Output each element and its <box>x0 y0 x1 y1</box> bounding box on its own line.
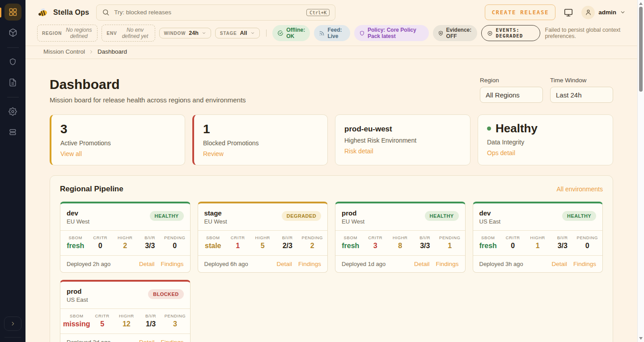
time-window-select-value: Last 24h <box>556 91 582 99</box>
stat-value-sbom: fresh <box>342 242 359 249</box>
stat-value-highr: 12 <box>123 320 131 328</box>
highest-risk-card: prod-eu-west Highest Risk Environment Ri… <box>335 114 470 165</box>
stage-filter-chip[interactable]: STAGE All <box>215 28 260 38</box>
rss-icon <box>319 30 325 36</box>
chevron-down-icon <box>202 31 206 35</box>
stat-value-bir: 2/3 <box>283 242 292 249</box>
findings-link[interactable]: Findings <box>298 261 321 267</box>
risk-detail-link[interactable]: Risk detail <box>344 148 373 155</box>
stat-value-critr: 0 <box>98 242 102 249</box>
region-select[interactable]: All Regions <box>480 87 543 103</box>
status-badge: BLOCKED <box>148 289 183 299</box>
data-integrity-label: Data Integrity <box>487 139 604 146</box>
stat-label-pending: PENDING <box>163 313 187 318</box>
stat-label-highr: HIGHR <box>250 235 275 240</box>
user-menu[interactable]: admin <box>581 6 626 19</box>
time-window-select-label: Time Window <box>550 77 613 84</box>
chevron-down-icon <box>250 31 255 35</box>
vertical-scrollbar[interactable] <box>637 0 644 342</box>
findings-link[interactable]: Findings <box>161 261 183 267</box>
pipeline-card-stage-eu-west: stage EU West DEGRADED SBOMstale CRITR1 … <box>198 202 328 273</box>
search-icon <box>102 8 110 16</box>
stat-value-sbom: stale <box>205 242 221 249</box>
highest-risk-env-name: prod-eu-west <box>344 122 461 134</box>
sidebar-item-security[interactable] <box>4 53 21 70</box>
check-circle-icon <box>277 30 284 36</box>
findings-link[interactable]: Findings <box>436 261 458 267</box>
stat-label-sbom: SBOM <box>476 235 501 240</box>
detail-link[interactable]: Detail <box>551 261 567 267</box>
stat-value-highr: 1 <box>536 242 540 249</box>
sidebar-item-infrastructure[interactable] <box>4 123 21 140</box>
evidence-status-label: Evidence: OFF <box>446 27 472 39</box>
brand-name: Stella Ops <box>53 8 89 17</box>
monitor-icon[interactable] <box>564 8 573 17</box>
blocked-promotions-card: 1 Blocked Promotions Review <box>192 114 328 165</box>
region-name: EU West <box>204 218 227 225</box>
ops-detail-link[interactable]: Ops detail <box>487 149 515 156</box>
username: admin <box>598 9 616 16</box>
stat-value-pending: 2 <box>310 242 314 249</box>
environment-name: prod <box>342 209 364 217</box>
server-icon <box>8 128 17 136</box>
findings-link[interactable]: Findings <box>161 339 183 342</box>
stat-label-pending: PENDING <box>300 235 325 240</box>
pipeline-card-dev-eu-west: dev EU West HEALTHY SBOMfresh CRITR0 HIG… <box>60 202 191 273</box>
region-select-label: Region <box>480 77 543 84</box>
active-promotions-count: 3 <box>60 122 176 136</box>
scroll-down-arrow[interactable] <box>639 337 643 340</box>
page-subtitle: Mission board for release health across … <box>50 96 246 104</box>
stat-value-pending: 1 <box>448 242 452 249</box>
env-filter-chip[interactable]: ENV No env defined yet <box>102 25 155 42</box>
sidebar-item-dashboard[interactable] <box>4 4 21 21</box>
all-environments-link[interactable]: All environments <box>557 186 603 193</box>
stage-chip-label: STAGE <box>220 31 237 36</box>
detail-link[interactable]: Detail <box>139 261 155 267</box>
region-select-value: All Regions <box>486 91 520 99</box>
active-item-indicator <box>0 8 1 17</box>
stat-value-highr: 2 <box>123 242 127 249</box>
sidebar-item-settings[interactable] <box>4 103 21 120</box>
detail-link[interactable]: Detail <box>414 261 430 267</box>
stat-label-critr: CRITR <box>225 235 250 240</box>
shield-icon <box>8 58 17 66</box>
scroll-up-arrow[interactable] <box>639 2 643 5</box>
region-name: EU West <box>342 218 364 225</box>
scrollbar-thumb[interactable] <box>639 7 643 92</box>
findings-link[interactable]: Findings <box>573 261 596 267</box>
pipeline-card-dev-us-east: dev US East HEALTHY SBOMfresh CRITR0 HIG… <box>473 202 603 273</box>
stat-value-pending: 0 <box>173 242 177 249</box>
review-link[interactable]: Review <box>203 150 224 157</box>
stat-label-highr: HIGHR <box>388 235 413 240</box>
time-window-select[interactable]: Last 24h <box>550 87 613 103</box>
avatar <box>581 6 595 19</box>
search-placeholder: Try: blocked releases <box>114 9 302 16</box>
stat-value-pending: 3 <box>173 320 177 328</box>
window-filter-chip[interactable]: WINDOW 24h <box>159 28 211 38</box>
app-window: Stella Ops Try: blocked releases Ctrl+K … <box>0 0 644 342</box>
region-filter-chip[interactable]: REGION No regions defined <box>37 25 97 42</box>
status-badge: DEGRADED <box>282 211 321 221</box>
breadcrumb-mission-control[interactable]: Mission Control <box>43 48 85 55</box>
search-input[interactable]: Try: blocked releases Ctrl+K <box>96 4 335 21</box>
stat-value-bir: 3/3 <box>420 242 430 249</box>
sidebar-expand-button[interactable] <box>4 317 21 331</box>
region-chip-value: No regions defined <box>65 27 93 39</box>
sidebar-item-releases[interactable] <box>4 24 21 41</box>
sidebar-item-documents[interactable] <box>4 74 21 91</box>
view-all-link[interactable]: View all <box>60 150 82 157</box>
stage-chip-value: All <box>240 30 247 36</box>
policy-status-chip: Policy: Core Policy Pack latest <box>354 25 429 41</box>
pipeline-grid: dev EU West HEALTHY SBOMfresh CRITR0 HIG… <box>60 202 603 342</box>
data-integrity-status: Healthy <box>496 122 538 135</box>
feed-status-chip: Feed: Live <box>314 25 350 41</box>
detail-link[interactable]: Detail <box>139 339 155 342</box>
stat-value-critr: 5 <box>100 320 104 328</box>
window-chip-label: WINDOW <box>164 31 186 36</box>
policy-status-label: Policy: Core Policy Pack latest <box>368 27 424 39</box>
status-badge: HEALTHY <box>425 211 459 221</box>
healthy-dot-icon <box>487 127 491 131</box>
create-release-button[interactable]: CREATE RELEASE <box>485 4 555 20</box>
stat-label-bir: B/I/R <box>413 235 438 240</box>
detail-link[interactable]: Detail <box>276 261 292 267</box>
